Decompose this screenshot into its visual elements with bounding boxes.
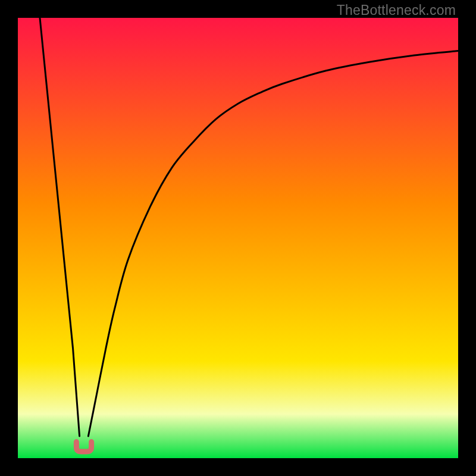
watermark-text: TheBottleneck.com (337, 2, 456, 18)
chart-frame: TheBottleneck.com (0, 0, 476, 476)
gradient-background (18, 18, 458, 458)
plot-area (18, 18, 458, 458)
chart-svg (18, 18, 458, 458)
